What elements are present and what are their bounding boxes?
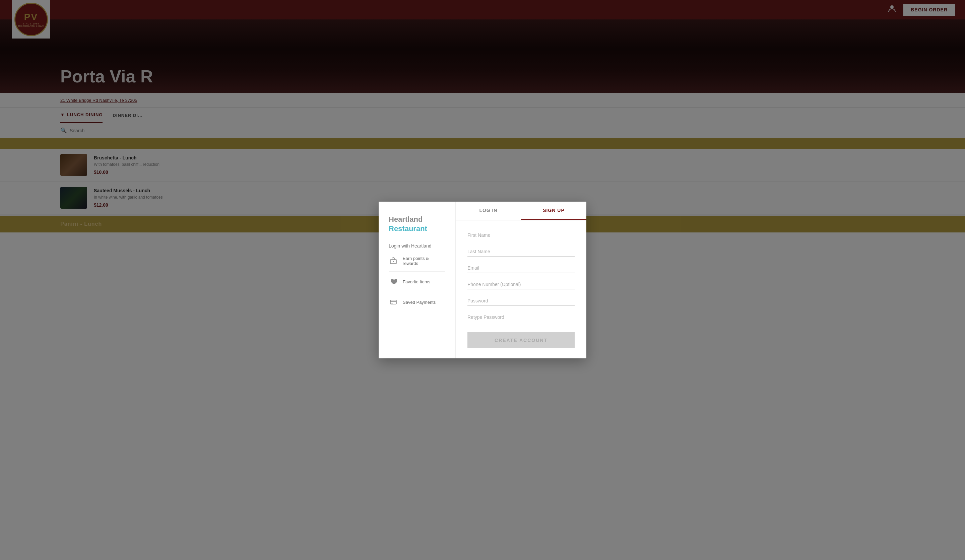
phone-field: [468, 280, 575, 289]
first-name-input[interactable]: [468, 230, 575, 240]
feature-favorite-items: Favorite Items: [389, 277, 445, 292]
svg-rect-4: [390, 300, 396, 304]
password-input[interactable]: [468, 296, 575, 306]
modal-dialog: Heartland Restaurant Login with Heartlan…: [379, 202, 586, 358]
heartland-title: Heartland: [389, 215, 422, 224]
phone-input[interactable]: [468, 280, 575, 289]
feature-earn-rewards: Earn points & rewards: [389, 256, 445, 272]
login-with-label: Login with Heartland: [389, 243, 432, 248]
signup-form: CREATE ACCOUNT: [456, 220, 586, 358]
modal-overlay[interactable]: Heartland Restaurant Login with Heartlan…: [0, 0, 965, 560]
last-name-field: [468, 247, 575, 256]
email-field: [468, 263, 575, 273]
last-name-input[interactable]: [468, 247, 575, 256]
first-name-field: [468, 230, 575, 240]
create-account-button[interactable]: CREATE ACCOUNT: [468, 332, 575, 348]
retype-password-input[interactable]: [468, 312, 575, 322]
email-input[interactable]: [468, 263, 575, 273]
feature-earn-label: Earn points & rewards: [403, 256, 445, 266]
password-field: [468, 296, 575, 306]
modal-left-panel: Heartland Restaurant Login with Heartlan…: [379, 202, 456, 358]
modal-right-panel: LOG IN SIGN UP: [456, 202, 586, 358]
feature-saved-payments: Saved Payments: [389, 297, 445, 312]
card-icon: [389, 297, 398, 307]
heart-icon: [389, 277, 398, 286]
feature-payments-label: Saved Payments: [403, 300, 436, 305]
restaurant-title: Restaurant: [389, 224, 427, 233]
tab-login[interactable]: LOG IN: [456, 202, 521, 220]
rewards-icon: [389, 256, 398, 266]
modal-tabs: LOG IN SIGN UP: [456, 202, 586, 220]
feature-favorites-label: Favorite Items: [403, 279, 430, 284]
tab-signup[interactable]: SIGN UP: [521, 202, 586, 220]
retype-password-field: [468, 312, 575, 322]
